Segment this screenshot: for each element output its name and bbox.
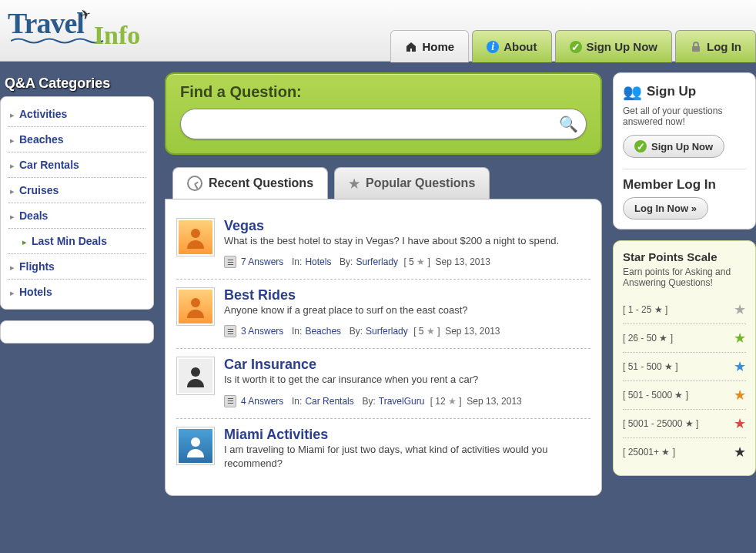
question-body: What is the best hotel to stay in Vegas?… (224, 234, 590, 248)
svg-point-3 (191, 367, 200, 377)
avatar[interactable] (176, 287, 215, 326)
svg-rect-0 (692, 46, 700, 52)
scale-label: [ 501 - 5000 ★ ] (623, 390, 688, 401)
scale-label: [ 5001 - 25000 ★ ] (623, 418, 698, 429)
lock-icon (690, 41, 702, 53)
nav-about[interactable]: i About (472, 30, 551, 62)
star-icon: ★ (734, 387, 746, 404)
question-meta: ☰7 Answers In: Hotels By: Surferlady [ 5… (224, 256, 590, 268)
svg-point-4 (191, 437, 200, 447)
tab-popular-label: Popular Questions (366, 176, 475, 190)
author-link[interactable]: Surferlady (356, 256, 398, 267)
avatar[interactable] (176, 357, 215, 395)
search-field[interactable]: 🔍 (180, 109, 587, 139)
scale-label: [ 26 - 50 ★ ] (623, 333, 673, 344)
scale-row: [ 51 - 500 ★ ]★ (623, 353, 746, 381)
arrow-icon: ▸ (10, 263, 15, 272)
signup-text: Get all of your questions answered now! (623, 106, 746, 127)
search-icon[interactable]: 🔍 (559, 115, 578, 133)
sidebar-item-label: Cruises (19, 184, 59, 196)
search-box: Find a Question: 🔍 (165, 72, 602, 155)
home-icon (405, 41, 417, 53)
answers-link[interactable]: 3 Answers (241, 326, 283, 337)
site-logo[interactable]: Travel✈Info (8, 6, 140, 42)
question-meta: ☰3 Answers In: Beaches By: Surferlady [ … (224, 325, 590, 337)
answers-icon: ☰ (224, 325, 236, 337)
nav-login[interactable]: Log In (675, 30, 756, 62)
answers-link[interactable]: 7 Answers (241, 256, 283, 267)
arrow-icon: ▸ (10, 161, 15, 170)
tab-recent-label: Recent Questions (209, 176, 313, 190)
star-icon: ★ (734, 330, 746, 347)
scale-row: [ 25001+ ★ ]★ (623, 438, 746, 466)
nav-signup[interactable]: ✓ Sign Up Now (555, 30, 673, 62)
arrow-icon: ▸ (10, 186, 15, 196)
sidebar-item-label: Hotels (19, 286, 52, 298)
sidebar-item-cruises[interactable]: ▸Cruises (8, 178, 146, 203)
top-nav: Home i About ✓ Sign Up Now Log In (387, 30, 756, 62)
sidebar-item-label: Activities (19, 108, 67, 120)
categories-title: Q&A Categories (5, 75, 154, 92)
scale-row: [ 5001 - 25000 ★ ]★ (623, 410, 746, 438)
scale-row: [ 26 - 50 ★ ]★ (623, 324, 746, 353)
star-icon: ★ (734, 301, 746, 318)
star-icon: ★ (734, 358, 746, 375)
svg-point-2 (191, 298, 200, 307)
sidebar-item-deals[interactable]: ▸Deals (8, 203, 146, 229)
avatar[interactable] (176, 427, 215, 465)
signup-panel: 👥Sign Up Get all of your questions answe… (613, 72, 756, 230)
sidebar-item-label: Beaches (19, 133, 64, 146)
nav-home[interactable]: Home (390, 30, 469, 62)
nav-login-label: Log In (707, 40, 741, 53)
login-button-label: Log In Now » (634, 203, 697, 214)
sidebar-item-last-min-deals[interactable]: ▸Last Min Deals (8, 229, 146, 254)
question-title[interactable]: Car Insurance (224, 357, 316, 372)
login-title: Member Log In (623, 177, 746, 193)
question-title[interactable]: Best Rides (224, 287, 296, 303)
tab-recent[interactable]: Recent Questions (172, 167, 328, 199)
sidebar-item-activities[interactable]: ▸Activities (8, 102, 146, 127)
question-item: Miami ActivitiesI am traveling to Miami … (176, 419, 590, 489)
info-icon: i (487, 41, 499, 53)
sidebar-item-car-rentals[interactable]: ▸Car Rentals (8, 152, 146, 178)
author-link[interactable]: TravelGuru (379, 396, 425, 407)
search-input[interactable] (195, 118, 559, 131)
sidebar-item-label: Car Rentals (19, 159, 79, 171)
category-link[interactable]: Car Rentals (305, 396, 353, 407)
signup-button[interactable]: ✓ Sign Up Now (623, 135, 724, 158)
question-item: Best RidesAnyone know if a great place t… (176, 280, 590, 349)
svg-point-1 (191, 229, 200, 238)
question-title[interactable]: Miami Activities (224, 427, 328, 442)
scale-text: Earn points for Asking and Answering Que… (623, 266, 746, 288)
scale-label: [ 1 - 25 ★ ] (623, 304, 667, 315)
logo-info: Info (94, 21, 140, 50)
star-icon: ★ (349, 176, 360, 191)
answers-link[interactable]: 4 Answers (241, 396, 283, 407)
tab-popular[interactable]: ★ Popular Questions (334, 167, 490, 199)
question-item: VegasWhat is the best hotel to stay in V… (176, 210, 590, 280)
question-list: VegasWhat is the best hotel to stay in V… (165, 199, 602, 496)
arrow-icon: ▸ (22, 237, 27, 246)
sidebar-item-label: Last Min Deals (32, 235, 107, 247)
question-item: Car InsuranceIs it worth it to get the c… (176, 349, 590, 418)
scale-label: [ 51 - 500 ★ ] (623, 361, 678, 372)
signup-title: 👥Sign Up (623, 82, 746, 101)
arrow-icon: ▸ (10, 136, 15, 145)
category-link[interactable]: Hotels (305, 256, 331, 267)
sidebar-item-beaches[interactable]: ▸Beaches (8, 127, 146, 152)
categories-panel: ▸Activities▸Beaches▸Car Rentals▸Cruises▸… (0, 96, 154, 310)
nav-home-label: Home (422, 40, 454, 53)
question-title[interactable]: Vegas (224, 218, 264, 233)
category-link[interactable]: Beaches (305, 326, 341, 337)
scale-row: [ 1 - 25 ★ ]★ (623, 296, 746, 324)
sidebar-item-flights[interactable]: ▸Flights (8, 254, 146, 280)
arrow-icon: ▸ (10, 288, 15, 297)
arrow-icon: ▸ (10, 212, 15, 221)
sidebar-item-hotels[interactable]: ▸Hotels (8, 280, 146, 304)
avatar[interactable] (176, 218, 215, 256)
login-button[interactable]: Log In Now » (623, 197, 708, 220)
nav-signup-label: Sign Up Now (587, 40, 658, 53)
star-icon: ★ (734, 444, 746, 461)
question-body: Anyone know if a great place to surf on … (224, 303, 590, 317)
author-link[interactable]: Surferlady (366, 326, 408, 337)
